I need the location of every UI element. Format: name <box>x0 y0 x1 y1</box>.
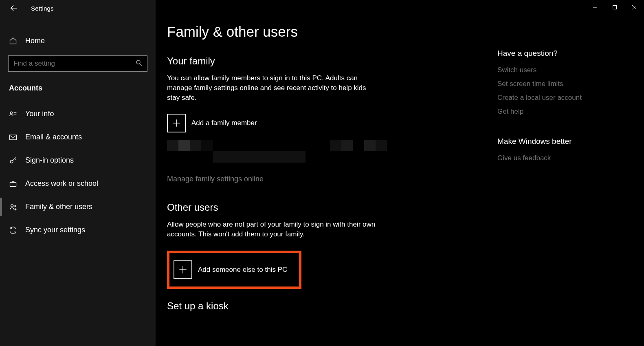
people-icon <box>8 203 18 211</box>
svg-point-15 <box>11 204 13 207</box>
sidebar-item-signin[interactable]: Sign-in options <box>0 149 156 172</box>
sync-icon <box>8 226 18 234</box>
add-someone-button[interactable]: Add someone else to this PC <box>174 260 295 279</box>
help-panel: Have a question? Switch users Set screen… <box>497 49 603 168</box>
search-input[interactable] <box>8 55 147 72</box>
page-title: Family & other users <box>167 24 481 40</box>
sidebar-item-label: Your info <box>25 110 54 118</box>
add-family-label: Add a family member <box>191 119 257 127</box>
svg-rect-1 <box>613 5 617 9</box>
svg-line-6 <box>140 64 142 66</box>
svg-line-13 <box>15 159 15 160</box>
manage-family-link[interactable]: Manage family settings online <box>167 175 481 183</box>
sidebar-item-label: Access work or school <box>25 179 98 188</box>
sidebar: Settings Home Accounts Your info Email &… <box>0 0 156 346</box>
svg-rect-10 <box>10 135 17 140</box>
app-title: Settings <box>31 5 54 12</box>
feedback-link[interactable]: Give us feedback <box>497 154 603 162</box>
plus-icon <box>167 114 186 132</box>
family-member-redacted <box>167 140 481 163</box>
main-content: Family & other users Your family You can… <box>167 0 481 318</box>
close-button[interactable] <box>624 0 644 14</box>
help-link-screen-time[interactable]: Set screen time limits <box>497 80 603 88</box>
sidebar-item-sync[interactable]: Sync your settings <box>0 218 156 242</box>
home-button[interactable]: Home <box>0 32 156 50</box>
sidebar-item-label: Family & other users <box>25 203 92 211</box>
svg-point-16 <box>14 205 15 207</box>
sidebar-item-your-info[interactable]: Your info <box>0 102 156 126</box>
kiosk-heading: Set up a kiosk <box>167 300 481 312</box>
minimize-button[interactable] <box>585 0 605 14</box>
sidebar-item-label: Email & accounts <box>25 133 82 141</box>
help-link-get-help[interactable]: Get help <box>497 108 603 116</box>
sidebar-nav: Your info Email & accounts Sign-in optio… <box>0 102 156 242</box>
mail-icon <box>8 133 18 141</box>
person-card-icon <box>8 110 18 118</box>
svg-point-11 <box>10 160 13 163</box>
add-someone-highlight: Add someone else to this PC <box>167 251 301 289</box>
help-heading: Have a question? <box>497 49 603 58</box>
home-icon <box>8 37 18 45</box>
sidebar-section-label: Accounts <box>9 84 156 93</box>
sidebar-item-family[interactable]: Family & other users <box>0 195 156 218</box>
plus-icon <box>174 260 192 279</box>
family-heading: Your family <box>167 55 481 67</box>
help-link-switch-users[interactable]: Switch users <box>497 66 603 74</box>
family-description: You can allow family members to sign in … <box>167 73 379 102</box>
key-icon <box>8 156 18 165</box>
search-icon <box>135 59 143 68</box>
search-field[interactable] <box>8 55 147 72</box>
sidebar-item-work[interactable]: Access work or school <box>0 172 156 195</box>
svg-rect-14 <box>10 182 16 186</box>
home-label: Home <box>25 37 45 45</box>
svg-point-7 <box>10 112 12 114</box>
feedback-heading: Make Windows better <box>497 137 603 146</box>
other-users-heading: Other users <box>167 202 481 213</box>
add-someone-label: Add someone else to this PC <box>198 266 287 274</box>
sidebar-item-label: Sign-in options <box>25 156 74 165</box>
back-button[interactable] <box>7 4 20 13</box>
add-family-member-button[interactable]: Add a family member <box>167 114 481 132</box>
sidebar-item-email[interactable]: Email & accounts <box>0 126 156 149</box>
other-users-description: Allow people who are not part of your fa… <box>167 220 379 239</box>
svg-point-5 <box>136 60 140 64</box>
window-controls <box>585 0 644 14</box>
sidebar-item-label: Sync your settings <box>25 226 85 234</box>
briefcase-icon <box>8 180 18 188</box>
maximize-button[interactable] <box>605 0 624 14</box>
help-link-local-account[interactable]: Create a local user account <box>497 94 603 102</box>
